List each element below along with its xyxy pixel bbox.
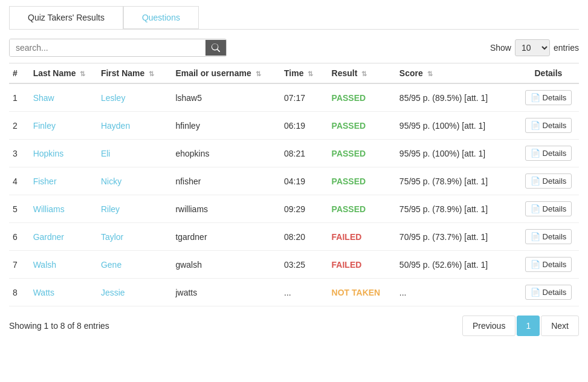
- last-name-link[interactable]: Watts: [33, 288, 54, 297]
- last-name-link[interactable]: Shaw: [33, 93, 54, 103]
- document-icon: 📄: [531, 149, 540, 158]
- cell-email: ehopkins: [172, 140, 280, 167]
- cell-score: 75/95 p. (78.9%) [att. 1]: [396, 195, 518, 223]
- previous-button[interactable]: Previous: [462, 316, 515, 336]
- cell-result: PASSED: [328, 195, 396, 223]
- cell-score: 85/95 p. (89.5%) [att. 1]: [396, 83, 518, 112]
- details-label: Details: [543, 288, 567, 297]
- result-badge: FAILED: [332, 232, 362, 242]
- last-name-link[interactable]: Finley: [33, 121, 56, 131]
- details-button[interactable]: 📄 Details: [525, 173, 572, 189]
- col-header-score[interactable]: Score ⇅: [396, 63, 518, 84]
- cell-email: tgardner: [172, 223, 280, 251]
- search-button[interactable]: [205, 40, 226, 56]
- result-badge: PASSED: [332, 121, 366, 131]
- details-button[interactable]: 📄 Details: [525, 146, 572, 161]
- cell-details: 📄 Details: [518, 195, 579, 223]
- tab-questions[interactable]: Questions: [123, 6, 199, 29]
- document-icon: 📄: [531, 260, 540, 269]
- first-name-link[interactable]: Hayden: [101, 121, 130, 131]
- table-row: 8 Watts Jessie jwatts ... NOT TAKEN ... …: [9, 279, 579, 306]
- entries-wrap: Show 10 25 50 100 entries: [490, 39, 579, 56]
- first-name-link[interactable]: Lesley: [101, 93, 125, 103]
- first-name-link[interactable]: Gene: [101, 260, 121, 270]
- cell-time: 09:29: [280, 195, 328, 223]
- details-label: Details: [543, 204, 567, 213]
- last-name-link[interactable]: Williams: [33, 204, 65, 214]
- current-page[interactable]: 1: [517, 316, 540, 336]
- details-button[interactable]: 📄 Details: [525, 118, 572, 133]
- cell-num: 1: [9, 83, 30, 112]
- cell-time: ...: [280, 279, 328, 306]
- cell-score: 70/95 p. (73.7%) [att. 1]: [396, 223, 518, 251]
- cell-details: 📄 Details: [518, 140, 579, 167]
- col-header-details: Details: [518, 63, 579, 84]
- cell-email: nfisher: [172, 167, 280, 195]
- cell-result: PASSED: [328, 112, 396, 140]
- table-row: 6 Gardner Taylor tgardner 08:20 FAILED 7…: [9, 223, 579, 251]
- cell-details: 📄 Details: [518, 83, 579, 112]
- cell-score: ...: [396, 279, 518, 306]
- cell-num: 3: [9, 140, 30, 167]
- first-name-link[interactable]: Eli: [101, 149, 111, 158]
- first-name-link[interactable]: Taylor: [101, 232, 123, 242]
- document-icon: 📄: [531, 204, 540, 213]
- cell-result: PASSED: [328, 83, 396, 112]
- controls-row: Show 10 25 50 100 entries: [9, 39, 579, 57]
- details-label: Details: [543, 232, 567, 241]
- cell-last-name: Finley: [30, 112, 97, 140]
- details-label: Details: [543, 93, 567, 102]
- first-name-link[interactable]: Nicky: [101, 176, 121, 186]
- last-name-link[interactable]: Walsh: [33, 260, 56, 270]
- details-button[interactable]: 📄 Details: [525, 201, 572, 216]
- next-button[interactable]: Next: [541, 316, 579, 336]
- cell-first-name: Hayden: [97, 112, 172, 140]
- details-button[interactable]: 📄 Details: [525, 257, 572, 272]
- details-label: Details: [543, 176, 567, 186]
- footer-row: Showing 1 to 8 of 8 entries Previous 1 N…: [9, 316, 579, 336]
- cell-time: 07:17: [280, 83, 328, 112]
- tabs-bar: Quiz Takers' Results Questions: [9, 6, 579, 30]
- cell-time: 06:19: [280, 112, 328, 140]
- cell-email: gwalsh: [172, 251, 280, 279]
- last-name-link[interactable]: Hopkins: [33, 149, 64, 158]
- cell-email: rwilliams: [172, 195, 280, 223]
- cell-num: 6: [9, 223, 30, 251]
- cell-last-name: Williams: [30, 195, 97, 223]
- cell-score: 75/95 p. (78.9%) [att. 1]: [396, 167, 518, 195]
- tab-quiz-takers[interactable]: Quiz Takers' Results: [9, 6, 123, 29]
- result-badge: FAILED: [332, 260, 362, 270]
- cell-last-name: Fisher: [30, 167, 97, 195]
- cell-result: PASSED: [328, 167, 396, 195]
- table-row: 7 Walsh Gene gwalsh 03:25 FAILED 50/95 p…: [9, 251, 579, 279]
- first-name-link[interactable]: Jessie: [101, 288, 125, 297]
- cell-last-name: Shaw: [30, 83, 97, 112]
- search-input[interactable]: [10, 39, 205, 56]
- cell-details: 📄 Details: [518, 112, 579, 140]
- cell-num: 8: [9, 279, 30, 306]
- col-header-time[interactable]: Time ⇅: [280, 63, 328, 84]
- cell-first-name: Lesley: [97, 83, 172, 112]
- cell-details: 📄 Details: [518, 223, 579, 251]
- result-badge: PASSED: [332, 149, 366, 158]
- cell-details: 📄 Details: [518, 251, 579, 279]
- table-header-row: # Last Name ⇅ First Name ⇅ Email or user…: [9, 63, 579, 84]
- col-header-result[interactable]: Result ⇅: [328, 63, 396, 84]
- search-wrap: [9, 39, 227, 57]
- pagination: Previous 1 Next: [462, 316, 579, 336]
- last-name-link[interactable]: Gardner: [33, 232, 64, 242]
- first-name-link[interactable]: Riley: [101, 204, 120, 214]
- last-name-link[interactable]: Fisher: [33, 176, 57, 186]
- entries-select[interactable]: 10 25 50 100: [515, 39, 550, 56]
- details-button[interactable]: 📄 Details: [525, 229, 572, 244]
- col-header-first-name[interactable]: First Name ⇅: [97, 63, 172, 84]
- details-button[interactable]: 📄 Details: [525, 90, 572, 105]
- col-header-email[interactable]: Email or username ⇅: [172, 63, 280, 84]
- details-button[interactable]: 📄 Details: [525, 285, 572, 300]
- cell-time: 08:21: [280, 140, 328, 167]
- cell-result: NOT TAKEN: [328, 279, 396, 306]
- cell-time: 03:25: [280, 251, 328, 279]
- col-header-last-name[interactable]: Last Name ⇅: [30, 63, 97, 84]
- result-badge: PASSED: [332, 176, 366, 186]
- result-badge: NOT TAKEN: [332, 288, 381, 297]
